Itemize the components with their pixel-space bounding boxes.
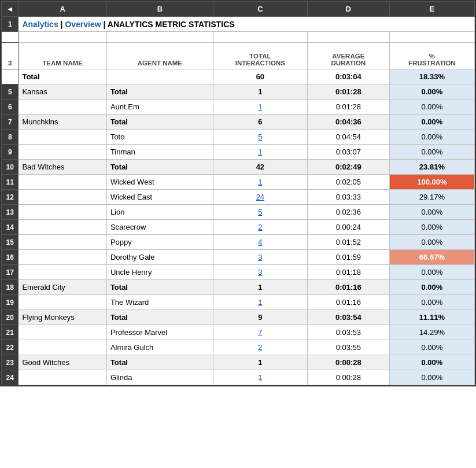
agent-name-cell: Wicked West [106, 175, 213, 190]
frustration-cell: 0.00% [389, 355, 474, 370]
interactions-cell: 1 [213, 280, 307, 295]
team-name-cell [19, 250, 106, 265]
data-row: 14Scarecrow20:00:240.00% [2, 220, 475, 235]
agent-name-cell: Total [106, 310, 213, 325]
frustration-cell: 0.00% [389, 220, 474, 235]
average-duration-line1: AVERAGE [332, 53, 364, 60]
team-name-header-label: TEAM NAME [42, 60, 83, 67]
interactions-cell: 42 [213, 160, 307, 175]
interactions-cell[interactable]: 3 [213, 265, 307, 280]
duration-cell: 0:00:28 [307, 355, 389, 370]
interactions-cell[interactable]: 1 [213, 370, 307, 385]
interactions-cell[interactable]: 5 [213, 130, 307, 145]
title-separator1: | [58, 20, 65, 29]
duration-cell: 0:00:24 [307, 220, 389, 235]
team-name-header: TEAM NAME [19, 43, 106, 69]
row-num-9: 9 [2, 145, 19, 160]
interactions-cell[interactable]: 1 [213, 295, 307, 310]
row-num-3: 3 [2, 43, 19, 69]
spreadsheet: ◄ A B C D E 1 Analytics | Overview | ANA… [0, 0, 476, 386]
row-num-18: 18 [2, 280, 19, 295]
agent-name-cell: Professor Marvel [106, 325, 213, 340]
data-row: 17Uncle Henry30:01:180.00% [2, 265, 475, 280]
title-text: Analytics | Overview | ANALYTICS METRIC … [22, 20, 234, 29]
breadcrumb-analytics: Analytics [22, 20, 58, 29]
row-num-7: 7 [2, 115, 19, 130]
interactions-cell[interactable]: 24 [213, 190, 307, 205]
duration-cell: 0:02:05 [307, 175, 389, 190]
data-row: 24Glinda10:00:280.00% [2, 370, 475, 385]
duration-cell: 0:01:28 [307, 100, 389, 115]
duration-cell: 0:03:55 [307, 340, 389, 355]
team-name-cell: Bad Witches [19, 160, 106, 175]
frustration-cell: 0.00% [389, 370, 474, 385]
frustration-cell: 0.00% [389, 235, 474, 250]
agent-name-header: AGENT NAME [106, 43, 213, 69]
row-num-22: 22 [2, 340, 19, 355]
interactions-cell[interactable]: 2 [213, 220, 307, 235]
frustration-header: % FRUSTRATION [389, 43, 474, 69]
agent-name-cell: Lion [106, 205, 213, 220]
team-name-cell [19, 130, 106, 145]
row-num-2: 2 [2, 32, 19, 43]
empty-a2 [19, 32, 106, 43]
col-b-header: B [106, 2, 213, 17]
frustration-cell: 23.81% [389, 160, 474, 175]
team-name-cell [19, 220, 106, 235]
corner-cell: ◄ [2, 2, 19, 17]
data-row: 15Poppy40:01:520.00% [2, 235, 475, 250]
empty-d2 [307, 32, 389, 43]
team-name-cell [19, 265, 106, 280]
average-duration-header: AVERAGE DURATION [307, 43, 389, 69]
row-num-19: 19 [2, 295, 19, 310]
interactions-cell[interactable]: 4 [213, 235, 307, 250]
interactions-cell[interactable]: 3 [213, 250, 307, 265]
row-num-14: 14 [2, 220, 19, 235]
grand-total-row: 4 Total 60 0:03:04 18.33% [2, 69, 475, 84]
team-total-row: 20Flying MonkeysTotal90:03:5411.11% [2, 310, 475, 325]
row-num-17: 17 [2, 265, 19, 280]
interactions-cell[interactable]: 7 [213, 325, 307, 340]
row-num-4: 4 [2, 69, 19, 84]
interactions-cell[interactable]: 1 [213, 175, 307, 190]
frustration-cell: 100.00% [389, 175, 474, 190]
interactions-cell[interactable]: 1 [213, 145, 307, 160]
interactions-cell: 1 [213, 355, 307, 370]
team-total-row: 5KansasTotal10:01:280.00% [2, 84, 475, 100]
total-interactions-line1: TOTAL [249, 53, 271, 60]
team-name-cell: Munchkins [19, 115, 106, 130]
data-row: 6Aunt Em10:01:280.00% [2, 100, 475, 115]
team-total-row: 10Bad WitchesTotal420:02:4923.81% [2, 160, 475, 175]
frustration-cell: 0.00% [389, 115, 474, 130]
grand-total-duration: 0:03:04 [307, 69, 389, 84]
interactions-cell: 6 [213, 115, 307, 130]
row-num-20: 20 [2, 310, 19, 325]
duration-cell: 0:04:36 [307, 115, 389, 130]
agent-name-cell: Scarecrow [106, 220, 213, 235]
agent-name-cell: Wicked East [106, 190, 213, 205]
empty-row-2: 2 [2, 32, 475, 43]
data-row: 21Professor Marvel70:03:5314.29% [2, 325, 475, 340]
row-num-12: 12 [2, 190, 19, 205]
agent-name-cell: Total [106, 280, 213, 295]
duration-cell: 0:03:53 [307, 325, 389, 340]
agent-name-cell: Total [106, 355, 213, 370]
interactions-cell[interactable]: 1 [213, 100, 307, 115]
grand-total-agent [106, 69, 213, 84]
team-name-cell [19, 190, 106, 205]
agent-name-cell: The Wizard [106, 295, 213, 310]
agent-name-header-label: AGENT NAME [138, 60, 182, 67]
frustration-cell: 66.67% [389, 250, 474, 265]
team-name-cell: Kansas [19, 84, 106, 100]
data-row: 16Dorothy Gale30:01:5966.67% [2, 250, 475, 265]
team-total-row: 23Good WitchesTotal10:00:280.00% [2, 355, 475, 370]
agent-name-cell: Total [106, 160, 213, 175]
empty-e2 [389, 32, 474, 43]
interactions-cell[interactable]: 2 [213, 340, 307, 355]
grand-total-frustration: 18.33% [389, 69, 474, 84]
agent-name-cell: Glinda [106, 370, 213, 385]
interactions-cell[interactable]: 5 [213, 205, 307, 220]
row-num-5: 5 [2, 84, 19, 100]
interactions-cell: 9 [213, 310, 307, 325]
empty-c2 [213, 32, 307, 43]
